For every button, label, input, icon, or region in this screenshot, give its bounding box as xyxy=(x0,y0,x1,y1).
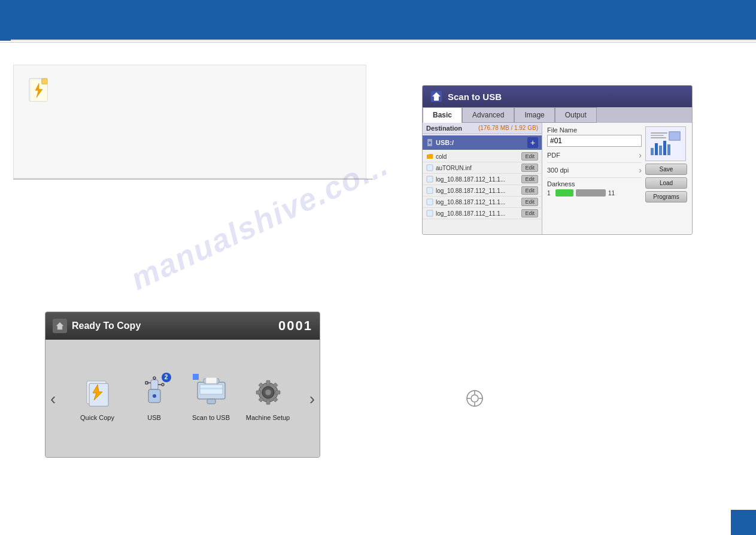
mini-chart-svg xyxy=(648,130,683,158)
resolution-row[interactable]: 300 dpi › xyxy=(547,165,642,178)
nav-right-arrow[interactable]: › xyxy=(309,389,315,409)
file-name-input[interactable] xyxy=(547,135,642,147)
file-row-3[interactable]: log_10.88.187.112_11.1... Edit xyxy=(423,185,542,197)
svg-rect-23 xyxy=(207,399,215,404)
circle-nav-icon[interactable] xyxy=(466,389,484,407)
ready-title: Ready To Copy xyxy=(72,321,141,331)
tab-basic[interactable]: Basic xyxy=(423,107,462,123)
dest-label: Destination xyxy=(426,125,462,132)
svg-rect-48 xyxy=(655,143,658,155)
quick-copy-svg xyxy=(82,376,113,407)
usb-row[interactable]: USB:/ + xyxy=(423,135,542,150)
darkness-green-bar xyxy=(555,189,573,197)
scan-dot xyxy=(193,374,199,380)
file-name-5: log_10.88.187.112_11.1... xyxy=(436,210,521,217)
dest-size: (176.78 MB / 1.92 GB) xyxy=(478,125,538,132)
file-row-2[interactable]: log_10.88.187.112_11.1... Edit xyxy=(423,174,542,185)
scan-props-area: File Name PDF › 300 dpi › Darkness 1 xyxy=(547,126,642,235)
scan-panel-header: Scan to USB xyxy=(423,86,692,107)
svg-rect-39 xyxy=(427,165,433,171)
quick-copy-icon-item[interactable]: Quick Copy xyxy=(72,376,123,422)
svg-rect-22 xyxy=(206,377,217,383)
tab-advanced[interactable]: Advanced xyxy=(462,107,514,123)
resolution-label: 300 dpi xyxy=(547,167,569,174)
darkness-gray-bar xyxy=(576,189,606,197)
programs-button[interactable]: Programs xyxy=(645,191,687,202)
usb-label: USB xyxy=(147,413,161,422)
svg-rect-54 xyxy=(651,137,666,138)
darkness-min: 1 xyxy=(547,190,553,197)
file-icon-2 xyxy=(426,176,433,183)
scan-usb-icon-wrapper xyxy=(195,376,227,410)
svg-rect-52 xyxy=(651,132,667,134)
darkness-section: Darkness 1 11 xyxy=(547,180,642,197)
svg-rect-29 xyxy=(256,391,261,394)
top-divider xyxy=(0,42,756,43)
file-icon-1 xyxy=(426,164,433,171)
app-icons-row: Quick Copy 2 xyxy=(54,376,311,422)
svg-rect-40 xyxy=(427,176,433,182)
dest-header: Destination (176.78 MB / 1.92 GB) xyxy=(423,123,542,134)
edit-btn-1[interactable]: Edit xyxy=(521,164,538,172)
svg-point-16 xyxy=(162,383,164,386)
svg-rect-42 xyxy=(427,199,433,205)
machine-setup-icon-item[interactable]: Machine Setup xyxy=(242,377,293,422)
usb-label-row: USB:/ xyxy=(436,139,454,146)
file-name-2: log_10.88.187.112_11.1... xyxy=(436,176,521,183)
svg-rect-3 xyxy=(42,78,47,84)
scan-properties: File Name PDF › 300 dpi › Darkness 1 xyxy=(542,123,692,235)
ready-to-copy-panel: Ready To Copy 0001 ‹ Quick Copy xyxy=(45,312,320,458)
svg-rect-47 xyxy=(651,148,654,155)
scan-home-icon xyxy=(430,90,443,103)
resolution-arrow: › xyxy=(639,165,642,175)
tab-image[interactable]: Image xyxy=(514,107,554,123)
usb-add-button[interactable]: + xyxy=(527,137,538,148)
svg-rect-53 xyxy=(651,135,664,136)
file-row-1[interactable]: auTORUN.inf Edit xyxy=(423,162,542,174)
svg-rect-50 xyxy=(663,141,666,155)
tab-output[interactable]: Output xyxy=(555,107,597,123)
folder-icon xyxy=(426,153,433,160)
file-name-3: log_10.88.187.112_11.1... xyxy=(436,188,521,194)
gear-svg xyxy=(253,377,283,407)
scan-thumb-area: Save Load Programs xyxy=(645,126,687,235)
file-row-5[interactable]: log_10.88.187.112_11.1... Edit xyxy=(423,208,542,219)
scan-panel-title: Scan to USB xyxy=(448,92,502,102)
file-icon-5 xyxy=(426,210,433,217)
top-bar-accent xyxy=(0,0,11,41)
svg-rect-43 xyxy=(427,210,433,216)
copy-counter: 0001 xyxy=(278,318,312,334)
scan-usb-icon-item[interactable]: Scan to USB xyxy=(186,376,236,422)
darkness-label: Darkness xyxy=(547,180,642,188)
scan-action-buttons: Save Load Programs xyxy=(645,164,687,202)
svg-rect-41 xyxy=(427,188,433,194)
usb-small-icon xyxy=(426,139,433,146)
edit-btn-5[interactable]: Edit xyxy=(521,209,538,217)
file-name-1: auTORUN.inf xyxy=(436,165,521,171)
save-button[interactable]: Save xyxy=(645,164,687,175)
file-name-0: cold xyxy=(436,153,521,160)
svg-rect-49 xyxy=(659,146,662,155)
bottom-bar-accent xyxy=(731,510,756,535)
file-row-0[interactable]: cold Edit xyxy=(423,151,542,162)
format-arrow: › xyxy=(639,150,642,160)
home-icon xyxy=(53,319,67,333)
format-label: PDF xyxy=(547,152,560,159)
svg-rect-20 xyxy=(200,388,223,389)
scan-usb-svg xyxy=(195,376,227,407)
note-area xyxy=(13,65,366,179)
edit-btn-3[interactable]: Edit xyxy=(521,186,538,195)
svg-point-56 xyxy=(471,395,478,402)
edit-btn-4[interactable]: Edit xyxy=(521,198,538,206)
quick-copy-icon-wrapper xyxy=(82,376,113,410)
svg-rect-28 xyxy=(266,400,270,404)
file-icon-4 xyxy=(426,198,433,205)
ready-body: ‹ Quick Copy 2 xyxy=(45,340,320,458)
load-button[interactable]: Load xyxy=(645,177,687,189)
file-row-4[interactable]: log_10.88.187.112_11.1... Edit xyxy=(423,197,542,208)
edit-btn-2[interactable]: Edit xyxy=(521,175,538,183)
format-row[interactable]: PDF › xyxy=(547,150,642,163)
usb-icon-item[interactable]: 2 xyxy=(129,376,180,422)
edit-btn-0[interactable]: Edit xyxy=(521,152,538,161)
usb-badge: 2 xyxy=(162,373,171,382)
